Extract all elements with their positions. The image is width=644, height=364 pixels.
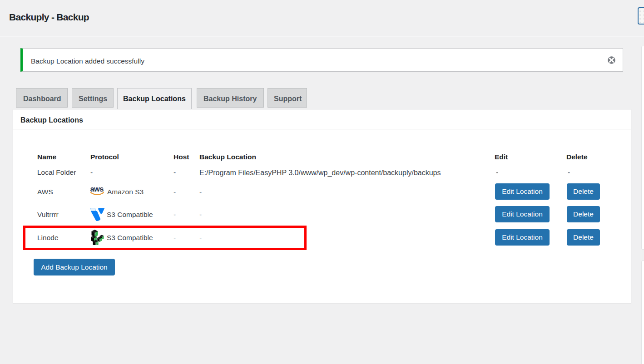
svg-text:aws: aws: [90, 186, 104, 193]
